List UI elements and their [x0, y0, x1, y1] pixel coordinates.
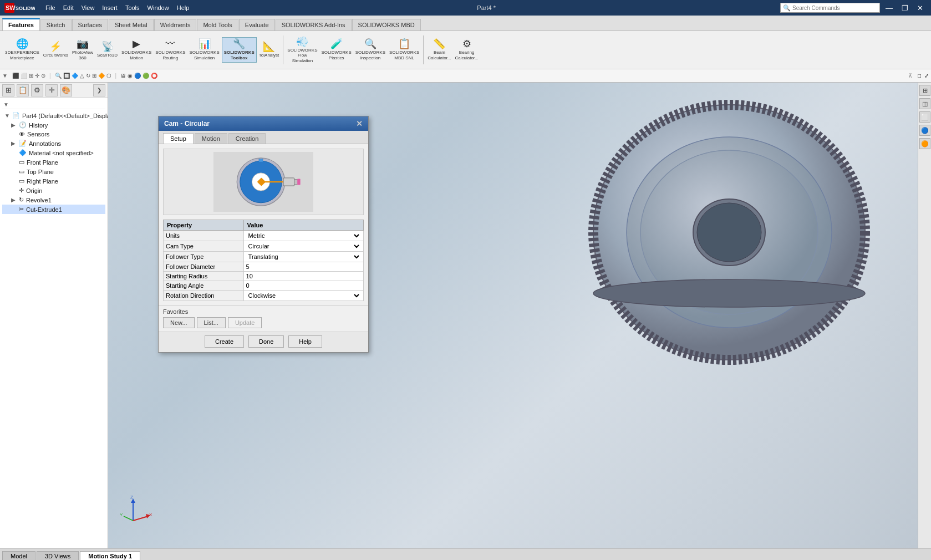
tab-moldtools[interactable]: Mold Tools	[197, 19, 238, 30]
view-tool-4[interactable]: ✛	[35, 73, 39, 79]
view-tool-5[interactable]: ⊙	[41, 73, 45, 79]
prop-units-value[interactable]: Metric English	[243, 231, 363, 241]
tab-addins[interactable]: SOLIDWORKS Add-Ins	[276, 19, 352, 30]
cam-dialog-close-btn[interactable]: ✕	[356, 119, 363, 128]
done-btn[interactable]: Done	[248, 335, 284, 348]
config-manager-btn[interactable]: ⚙	[31, 84, 43, 96]
menu-window[interactable]: Window	[144, 3, 172, 12]
view-tool-11[interactable]: ⊞	[92, 73, 96, 79]
btn-bearing-calc[interactable]: ⚙ BearingCalculator...	[453, 38, 480, 62]
btn-simulation[interactable]: 📊 SOLIDWORKSSimulation	[187, 38, 221, 62]
prop-startingangle-value[interactable]	[243, 281, 363, 291]
view-tool-18[interactable]: ⭕	[151, 73, 157, 79]
prop-startingradius-value[interactable]	[243, 272, 363, 281]
menu-view[interactable]: View	[78, 3, 98, 12]
tab-sheetmetal[interactable]: Sheet Metal	[109, 19, 154, 30]
viewport[interactable]: Cam - Circular ✕ Setup Motion Creation	[108, 83, 918, 548]
view-tool-15[interactable]: ◉	[128, 73, 133, 79]
view-tool-6[interactable]: 🔍	[55, 73, 62, 79]
view-tool-12[interactable]: 🔶	[98, 73, 105, 79]
restore-icon[interactable]: ❐	[898, 4, 912, 12]
tab-features[interactable]: Features	[2, 18, 40, 30]
menu-help[interactable]: Help	[174, 3, 193, 12]
camtype-select[interactable]: Circular Linear	[246, 242, 361, 250]
units-select[interactable]: Metric English	[246, 232, 361, 240]
tab-evaluate[interactable]: Evaluate	[239, 19, 275, 30]
rt-btn-3[interactable]: ⬜	[919, 111, 930, 123]
close-icon[interactable]: ✕	[914, 4, 927, 12]
view-tool-3[interactable]: ⊞	[29, 73, 33, 79]
tab-surfaces[interactable]: Surfaces	[72, 19, 108, 30]
btn-plastics[interactable]: 🧪 SOLIDWORKSPlastics	[320, 38, 353, 62]
help-btn[interactable]: Help	[288, 335, 322, 348]
display-manager-btn[interactable]: 🎨	[60, 84, 72, 96]
btn-tolanalyst[interactable]: 📐 TolAnalyst	[257, 40, 281, 59]
btn-mbd-snl[interactable]: 📋 SOLIDWORKSMBD SNL	[388, 38, 421, 62]
btn-inspection[interactable]: 🔍 SOLIDWORKSInspection	[354, 38, 387, 62]
prop-rotationdirection-value[interactable]: Clockwise Counter-Clockwise	[243, 291, 363, 301]
minimize-icon[interactable]: —	[882, 4, 896, 12]
view-tool-7[interactable]: 🔲	[63, 73, 70, 79]
property-manager-btn[interactable]: 📋	[17, 84, 29, 96]
view-tool-16[interactable]: 🔵	[134, 73, 141, 79]
tab-mbd[interactable]: SOLIDWORKS MBD	[352, 19, 421, 30]
search-input[interactable]	[792, 5, 870, 11]
tab-weldments[interactable]: Weldments	[154, 19, 197, 30]
expand-ribbon-btn[interactable]: □	[918, 73, 921, 79]
btn-flow[interactable]: 💨 SOLIDWORKSFlowSimulation	[286, 35, 319, 65]
tree-item-history[interactable]: ▶ 🕐 History	[2, 120, 105, 130]
prop-camtype-value[interactable]: Circular Linear	[243, 241, 363, 252]
btn-photoview[interactable]: 📷 PhotoView360	[70, 38, 95, 62]
menu-file[interactable]: File	[42, 3, 59, 12]
cam-dialog-title-bar[interactable]: Cam - Circular ✕	[159, 116, 368, 131]
tree-item-origin[interactable]: ✛ Origin	[2, 186, 105, 195]
cam-tab-motion[interactable]: Motion	[195, 133, 227, 144]
tree-item-revolve1[interactable]: ▶ ↻ Revolve1	[2, 195, 105, 205]
tab-motion-study[interactable]: Motion Study 1	[80, 551, 140, 560]
tree-item-cut-extrude1[interactable]: ✂ Cut-Extrude1	[2, 205, 105, 214]
view-tool-10[interactable]: ↻	[86, 73, 90, 79]
cam-tab-creation[interactable]: Creation	[228, 133, 266, 144]
tree-item-top-plane[interactable]: ▭ Top Plane	[2, 167, 105, 176]
btn-circuitworks[interactable]: ⚡ CircuitWorks	[42, 40, 70, 59]
sidebar-arrow-btn[interactable]: ❯	[93, 84, 105, 96]
rotationdirection-select[interactable]: Clockwise Counter-Clockwise	[246, 292, 361, 299]
view-tool-1[interactable]: ⬛	[12, 73, 19, 79]
cam-manager-btn[interactable]: ✛	[45, 84, 58, 96]
tab-sketch[interactable]: Sketch	[40, 19, 72, 30]
btn-3dexperience[interactable]: 🌐 3DEXPERIENCEMarketplace	[3, 38, 41, 62]
view-tool-8[interactable]: 🔷	[72, 73, 78, 79]
menu-tools[interactable]: Tools	[122, 3, 143, 12]
view-tool-9[interactable]: △	[80, 73, 84, 79]
btn-scanto3d[interactable]: 📡 ScanTo3D	[95, 40, 119, 59]
tree-item-right-plane[interactable]: ▭ Right Plane	[2, 176, 105, 186]
tree-item-annotations[interactable]: ▶ 📝 Annotations	[2, 139, 105, 148]
prop-followertype-value[interactable]: Translating Rotating	[243, 252, 363, 262]
rt-btn-1[interactable]: ⊞	[919, 85, 930, 96]
tree-item-front-plane[interactable]: ▭ Front Plane	[2, 157, 105, 167]
collapse-ribbon-btn[interactable]: ⊼	[908, 73, 912, 79]
favorites-list-btn[interactable]: List...	[197, 317, 226, 328]
favorites-new-btn[interactable]: New...	[163, 317, 195, 328]
followerdiameter-input[interactable]	[246, 263, 361, 270]
btn-beam-calc[interactable]: 📏 BeamCalculator...	[426, 38, 452, 62]
rt-btn-5[interactable]: 🟠	[919, 138, 930, 149]
fullscreen-btn[interactable]: ⤢	[924, 73, 929, 79]
rt-btn-2[interactable]: ◫	[919, 98, 930, 109]
cam-tab-setup[interactable]: Setup	[163, 133, 194, 144]
tree-item-sensors[interactable]: 👁 Sensors	[2, 130, 105, 139]
view-tool-13[interactable]: ⬡	[106, 73, 111, 79]
search-box[interactable]: 🔍	[780, 3, 880, 13]
view-tool-17[interactable]: 🟢	[143, 73, 149, 79]
feature-manager-btn[interactable]: ⊞	[2, 84, 14, 96]
rt-btn-4[interactable]: 🔵	[919, 125, 930, 136]
tab-3dviews[interactable]: 3D Views	[37, 551, 79, 560]
menu-insert[interactable]: Insert	[99, 3, 121, 12]
favorites-update-btn[interactable]: Update	[228, 317, 262, 328]
btn-motion[interactable]: ▶ SOLIDWORKSMotion	[120, 38, 153, 62]
followertype-select[interactable]: Translating Rotating	[246, 253, 361, 261]
create-btn[interactable]: Create	[205, 335, 244, 348]
tree-root-item[interactable]: ▼ 📄 Part4 (Default<<Default>_Display Sta	[2, 111, 105, 120]
btn-toolbox[interactable]: 🔧 SOLIDWORKSToolbox	[222, 37, 257, 62]
view-tool-14[interactable]: 🖥	[120, 73, 126, 79]
